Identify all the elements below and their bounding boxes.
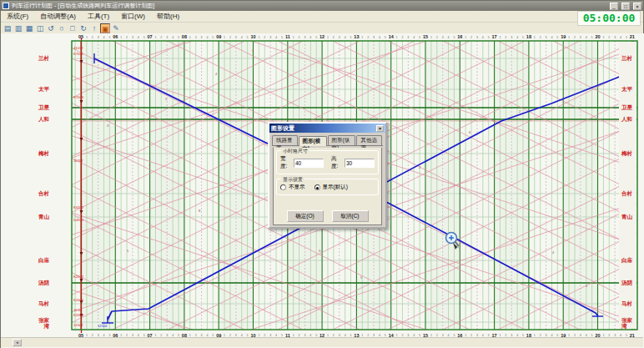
minute-digit-top: 3 — [269, 36, 271, 39]
app-window: 列车运行计划图 - [自动生成铁路网列车运行调整计划图] _ □ × 系统(F)… — [0, 0, 644, 348]
hour-label-top: 16 — [457, 34, 462, 39]
minute-digit-bottom: 1 — [568, 334, 570, 337]
minimize-button[interactable]: _ — [610, 3, 618, 10]
save-file-icon[interactable]: ▦ — [24, 23, 34, 33]
blank-page-icon[interactable]: □ — [68, 23, 78, 33]
close-button[interactable]: × — [633, 3, 641, 10]
minute-digit-bottom: 2 — [540, 334, 541, 337]
print-icon[interactable]: ◫ — [35, 23, 45, 33]
minute-digit-top: 2 — [608, 36, 610, 39]
minute-digit-top: 5 — [108, 36, 110, 39]
minute-digit-top: 5 — [247, 36, 249, 39]
dialog-close-icon[interactable]: × — [376, 125, 384, 132]
station-label-left: 兰村 — [38, 55, 50, 62]
minute-digit-top: 5 — [350, 36, 352, 39]
ok-button[interactable]: 确定(O) — [287, 210, 324, 222]
style-group-label: 显示设置 — [281, 176, 304, 184]
dialog-title-bar[interactable]: 图形设置 × — [269, 124, 385, 133]
menu-item-3[interactable]: 窗口(W) — [115, 11, 151, 22]
minute-digit-top: 5 — [419, 36, 420, 39]
minute-digit-bottom: 1 — [430, 334, 432, 337]
style-group: 显示设置 不显示 显示(默认) — [276, 179, 379, 195]
minute-digit-top: 2 — [367, 36, 369, 39]
menu-item-0[interactable]: 系统(F) — [1, 11, 34, 22]
minute-digit-bottom: 1 — [120, 334, 122, 337]
minute-digit-bottom: 5 — [626, 334, 627, 337]
minute-digit-top: 1 — [499, 36, 501, 39]
menu-item-1[interactable]: 自动调整(A) — [34, 11, 82, 22]
minute-digit-bottom: 4 — [379, 334, 380, 337]
train-number-label: K2001 — [73, 298, 84, 302]
station-label-right: 合村 — [621, 190, 633, 197]
scroll-left-button[interactable]: ◂ — [13, 339, 22, 346]
dialog-tab-0[interactable]: 线路显示 — [272, 135, 298, 145]
minute-digit-top: 4 — [345, 36, 346, 39]
minute-digit-top: 2 — [333, 36, 335, 39]
minute-digit-top: 5 — [281, 36, 283, 39]
minute-digit-bottom: 3 — [339, 334, 340, 337]
minute-digit-bottom: 5 — [350, 334, 352, 337]
minute-digit-bottom: 5 — [385, 334, 386, 337]
station-label-right: 兰村 — [621, 55, 633, 62]
height-input[interactable] — [345, 159, 375, 168]
new-file-icon[interactable]: ▤ — [3, 23, 13, 33]
minute-digit-top: 4 — [103, 36, 105, 39]
minute-digit-bottom: 4 — [206, 334, 208, 337]
minute-digit-top: 3 — [304, 36, 305, 39]
dialog-tab-1[interactable]: 图形(横向) — [299, 136, 327, 146]
minute-digit-bottom: 3 — [304, 334, 305, 337]
upload-icon[interactable]: ↑ — [89, 23, 99, 33]
minute-digit-bottom: 1 — [361, 334, 363, 337]
minute-digit-bottom: 4 — [516, 334, 518, 337]
hour-label-top: 21 — [630, 34, 635, 39]
station-label-right: 卫星 — [621, 104, 633, 110]
menu-item-2[interactable]: 工具(T) — [82, 11, 115, 22]
bottom-scroll-bar: ◂ — [1, 337, 643, 347]
minute-digit-bottom: 1 — [189, 334, 191, 337]
up-train-label: 12102 — [98, 324, 108, 328]
minute-digit-bottom: 3 — [442, 334, 444, 337]
minute-digit-top: 2 — [401, 36, 403, 39]
hour-label-top: 09 — [216, 34, 221, 39]
undo-icon[interactable]: ↺ — [46, 23, 56, 33]
minute-digit-bottom: 2 — [160, 334, 162, 337]
refresh-icon[interactable]: ↻ — [78, 23, 88, 33]
minute-digit-top: 5 — [626, 36, 627, 39]
minute-digit-top: 2 — [92, 36, 93, 39]
maximize-button[interactable]: □ — [621, 3, 630, 10]
dialog-tab-3[interactable]: 其他选项 — [356, 135, 382, 145]
minute-digit-bottom: 2 — [333, 334, 335, 337]
train-number-label: 41012 — [73, 46, 83, 50]
minute-digit-top: 4 — [206, 36, 208, 39]
minute-digit-top: 4 — [138, 36, 139, 39]
hour-label-top: 10 — [250, 34, 255, 39]
minute-digit-bottom: 3 — [98, 334, 99, 337]
dialog-tab-2[interactable]: 图形(纵向) — [328, 135, 356, 145]
help-icon[interactable]: ✎ — [111, 23, 121, 33]
hour-label-top: 07 — [148, 34, 153, 39]
train-number-label: K4202 — [73, 205, 84, 209]
station-label-left: 汤阴 — [38, 280, 49, 286]
width-input[interactable] — [294, 159, 324, 168]
minute-digit-top: 3 — [614, 36, 616, 39]
minute-digit-top: 1 — [224, 36, 225, 39]
diagram-mode-icon[interactable]: ▣ — [100, 23, 110, 33]
minute-digit-top: 5 — [453, 36, 455, 39]
menu-item-4[interactable]: 帮助(H) — [151, 11, 185, 22]
radio-hide[interactable] — [280, 184, 286, 190]
dialog-body: 小时格尺寸 宽度: 高度: 显示设置 不显示 显示(默认) 确定(O) — [273, 148, 382, 225]
train-number-label: 12002 — [73, 323, 83, 327]
open-file-icon[interactable]: ▥ — [13, 23, 23, 33]
minute-digit-bottom: 2 — [436, 334, 438, 337]
record-icon[interactable]: ○ — [57, 23, 67, 33]
radio-show-default[interactable] — [314, 184, 320, 190]
hour-label-top: 19 — [561, 34, 566, 39]
train-number-label: K2003 — [73, 313, 84, 317]
minute-digit-bottom: 4 — [275, 334, 277, 337]
minute-digit-bottom: 3 — [476, 334, 478, 337]
radio-hide-label: 不显示 — [289, 184, 305, 191]
cancel-button[interactable]: 取消(C) — [332, 210, 369, 222]
minute-digit-bottom: 2 — [470, 334, 472, 337]
minute-digit-top: 5 — [385, 36, 386, 39]
minute-digit-top: 5 — [315, 36, 317, 39]
